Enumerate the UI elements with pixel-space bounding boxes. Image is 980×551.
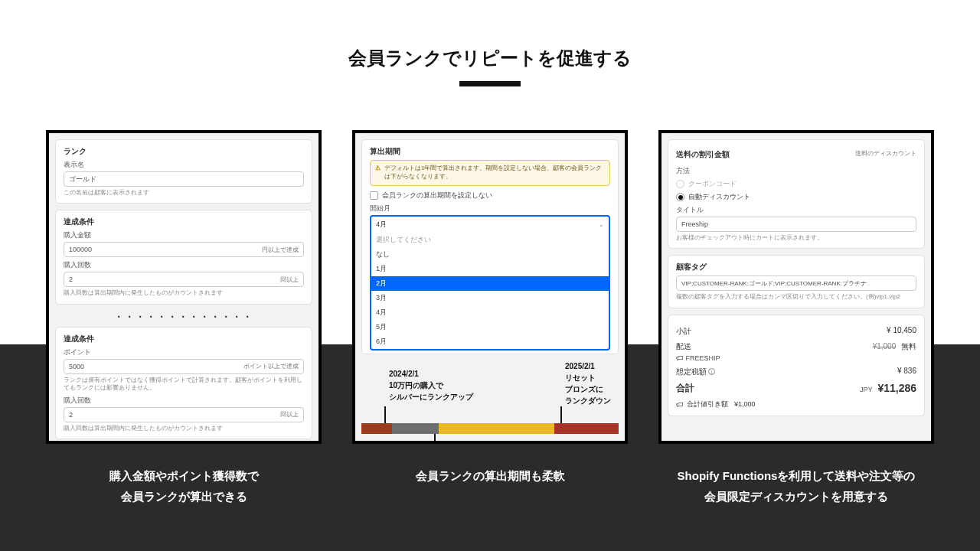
ship-label: 配送	[676, 341, 691, 352]
cond2-count-label: 購入回数	[64, 396, 304, 406]
subtotal-label: 小計	[676, 326, 691, 337]
timeline-note-a: 2024/2/1 10万円の購入で シルバーにランクアップ	[389, 368, 473, 403]
radio-auto[interactable]: 自動ディスカウント	[676, 192, 916, 202]
timeline-seg-gray	[392, 423, 438, 434]
col-mid: 算出期間 ⚠ デフォルトは1年間で算出されます。期間を設定しない場合、顧客の会員…	[352, 130, 628, 507]
checkbox-icon	[370, 191, 378, 200]
caption-mid: 会員ランクの算出期間も柔軟	[345, 465, 635, 486]
period-heading: 算出期間	[370, 146, 610, 157]
select-option[interactable]: 6月	[371, 334, 609, 349]
title-input[interactable]: Freeship	[676, 217, 916, 232]
cond2-count-input[interactable]: 2 回以上	[64, 407, 304, 422]
discount-card: 送料の割引金額 送料のディスカウント 方法 クーポンコード 自動ディスカウント …	[668, 139, 925, 249]
select-option[interactable]: 1月	[371, 262, 609, 276]
cond2-card: 達成条件 ポイント 5000 ポイント以上で達成 ランクは保有ポイントではなく獲…	[55, 327, 312, 439]
period-checkbox[interactable]: 会員ランクの算出期間を設定しない	[370, 191, 610, 201]
select-option[interactable]: 3月	[371, 291, 609, 305]
radio-coupon[interactable]: クーポンコード	[676, 179, 916, 189]
screenshot-right: 送料の割引金額 送料のディスカウント 方法 クーポンコード 自動ディスカウント …	[658, 130, 934, 444]
title-label: タイトル	[676, 205, 916, 215]
cond1-hint: 購入回数は算出期間内に発生したものがカウントされます	[64, 289, 304, 297]
timeline-note-b: 2025/2/1 リセット ブロンズに ランクダウン	[565, 360, 611, 406]
chevron-down-icon: ⌄	[599, 221, 604, 228]
period-card: 算出期間 ⚠ デフォルトは1年間で算出されます。期間を設定しない場合、顧客の会員…	[361, 139, 619, 354]
cond2-point-input[interactable]: 5000 ポイント以上で達成	[64, 359, 304, 374]
timeline: 2024/2/1 10万円の購入で シルバーにランクアップ 2025/2/1 リ…	[361, 360, 619, 444]
tags-card: 顧客タグ VIP;CUSTOMER-RANK:ゴールド;VIP;CUSTOMER…	[668, 255, 925, 308]
cond1-count-label: 購入回数	[64, 260, 304, 270]
discount-badge: 送料のディスカウント	[855, 149, 916, 163]
col-left: ランク 表示名 ゴールド この名前は顧客に表示されます 達成条件 購入金額 10…	[46, 130, 322, 507]
page-title: 会員ランクでリピートを促進する	[0, 46, 980, 70]
cond2-hint: 購入回数は算出期間内に発生したものがカウントされます	[64, 425, 304, 432]
cond1-heading: 達成条件	[64, 217, 304, 227]
subtotal-value: ¥ 10,450	[887, 326, 916, 337]
caption-right: Shopify Functionsを利用して送料や注文等の会員限定ディスカウント…	[651, 465, 942, 507]
radio-icon	[676, 193, 684, 201]
rank-card: ランク 表示名 ゴールド この名前は顧客に表示されます	[55, 139, 312, 204]
discount-line: 🏷 合計値引き額 ¥1,000	[676, 399, 916, 409]
cond1-count-input[interactable]: 2 回以上	[64, 272, 304, 287]
timeline-seg-silver	[439, 423, 554, 434]
tax-label: 想定税額i	[676, 367, 715, 377]
cond1-card: 達成条件 購入金額 100000 円以上で達成 購入回数 2 回以上 購入回数は…	[55, 210, 312, 304]
dots-separator: ・・・・・・・・・・・・・	[55, 311, 312, 324]
timeline-seg-bronze	[361, 423, 392, 434]
tags-input[interactable]: VIP;CUSTOMER-RANK:ゴールド;VIP;CUSTOMER-RANK…	[676, 276, 916, 291]
cond1-amount-input[interactable]: 100000 円以上で達成	[64, 242, 304, 257]
screenshot-mid: 算出期間 ⚠ デフォルトは1年間で算出されます。期間を設定しない場合、顧客の会員…	[352, 130, 628, 444]
method-label: 方法	[676, 166, 916, 176]
select-option[interactable]: 4月	[371, 305, 609, 320]
caption-left: 購入金額やポイント獲得数で会員ランクが算出できる	[38, 465, 329, 507]
cond2-point-label: ポイント	[64, 347, 304, 357]
rank-heading: ランク	[64, 146, 304, 157]
title-underline	[459, 81, 521, 86]
warning-icon: ⚠	[375, 165, 381, 181]
timeline-seg-gold	[554, 423, 619, 434]
title-hint: お客様のチェックアウト時にカートに表示されます。	[676, 234, 916, 242]
tag-icon: 🏷	[676, 354, 684, 362]
cond1-amount-label: 購入金額	[64, 230, 304, 240]
start-month-select[interactable]: 4月 ⌄ 選択してください なし 1月 2月 3月 4月 5月 6月	[370, 215, 610, 350]
tags-heading: 顧客タグ	[676, 262, 916, 272]
start-month-label: 開始月	[370, 204, 610, 214]
ship-old: ¥1,000	[873, 342, 897, 350]
period-alert: ⚠ デフォルトは1年間で算出されます。期間を設定しない場合、顧客の会員ランクは下…	[370, 160, 610, 186]
grand-label: 合計	[676, 382, 694, 395]
tags-hint: 複数の顧客タグを入力する場合はカンマ区切りで入力してください。(例)vip1,v…	[676, 293, 916, 301]
tag-icon: 🏷	[676, 400, 684, 409]
ship-tag: 🏷 FREESHIP	[676, 354, 916, 362]
rank-name-input[interactable]: ゴールド	[64, 171, 304, 187]
select-option[interactable]: なし	[371, 247, 609, 262]
rank-name-hint: この名前は顧客に表示されます	[64, 189, 304, 197]
select-option[interactable]: 5月	[371, 320, 609, 334]
rank-name-label: 表示名	[64, 160, 304, 170]
info-icon[interactable]: i	[708, 368, 715, 375]
grand-currency: JPY	[860, 386, 873, 393]
select-option-placeholder[interactable]: 選択してください	[371, 233, 609, 247]
cond2-point-hint: ランクは保有ポイントではなく獲得ポイントで計算されます。顧客がポイントを利用して…	[64, 377, 304, 393]
screenshot-left: ランク 表示名 ゴールド この名前は顧客に表示されます 達成条件 購入金額 10…	[46, 130, 322, 444]
col-right: 送料の割引金額 送料のディスカウント 方法 クーポンコード 自動ディスカウント …	[658, 130, 934, 507]
totals-card: 小計 ¥ 10,450 配送 ¥1,000 無料 🏷 FREESHIP	[668, 315, 925, 416]
radio-icon	[676, 180, 684, 188]
columns: ランク 表示名 ゴールド この名前は顧客に表示されます 達成条件 購入金額 10…	[0, 130, 980, 507]
cond2-heading: 達成条件	[64, 334, 304, 344]
discount-heading: 送料の割引金額	[676, 149, 730, 160]
select-option[interactable]: 2月	[371, 276, 609, 291]
tax-value: ¥ 836	[897, 367, 916, 377]
timeline-bar	[361, 423, 619, 434]
grand-value: ¥11,286	[877, 382, 916, 394]
ship-value: 無料	[901, 342, 916, 350]
